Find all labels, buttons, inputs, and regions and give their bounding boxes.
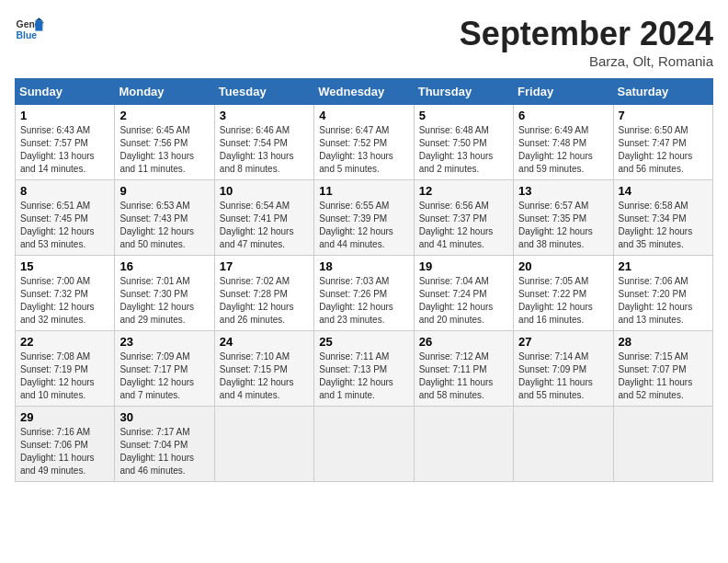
day-info: Sunrise: 6:46 AM Sunset: 7:54 PM Dayligh… <box>220 124 309 176</box>
day-number: 13 <box>518 184 608 198</box>
calendar-cell: 15Sunrise: 7:00 AM Sunset: 7:32 PM Dayli… <box>16 256 115 331</box>
day-number: 25 <box>319 335 408 349</box>
day-number: 30 <box>119 410 209 424</box>
calendar-cell: 26Sunrise: 7:12 AM Sunset: 7:11 PM Dayli… <box>414 331 513 407</box>
weekday-header-wednesday: Wednesday <box>314 79 414 105</box>
day-number: 29 <box>20 410 109 424</box>
calendar-cell: 24Sunrise: 7:10 AM Sunset: 7:15 PM Dayli… <box>214 331 313 407</box>
day-number: 10 <box>220 184 309 198</box>
day-number: 2 <box>119 109 209 122</box>
calendar-cell: 17Sunrise: 7:02 AM Sunset: 7:28 PM Dayli… <box>214 256 313 331</box>
svg-text:Blue: Blue <box>17 30 38 40</box>
day-info: Sunrise: 6:45 AM Sunset: 7:56 PM Dayligh… <box>119 124 209 176</box>
day-number: 22 <box>20 335 109 349</box>
calendar-cell: 21Sunrise: 7:06 AM Sunset: 7:20 PM Dayli… <box>613 256 712 331</box>
calendar-cell: 11Sunrise: 6:55 AM Sunset: 7:39 PM Dayli… <box>314 180 414 256</box>
day-info: Sunrise: 7:11 AM Sunset: 7:13 PM Dayligh… <box>319 350 408 402</box>
calendar-cell: 14Sunrise: 6:58 AM Sunset: 7:34 PM Dayli… <box>613 180 712 256</box>
page-header: General Blue General Blue September 2024… <box>15 15 713 69</box>
calendar-cell: 22Sunrise: 7:08 AM Sunset: 7:19 PM Dayli… <box>16 331 115 407</box>
day-number: 26 <box>419 335 508 349</box>
calendar-cell: 12Sunrise: 6:56 AM Sunset: 7:37 PM Dayli… <box>414 180 513 256</box>
day-info: Sunrise: 7:08 AM Sunset: 7:19 PM Dayligh… <box>20 350 109 402</box>
day-info: Sunrise: 7:03 AM Sunset: 7:26 PM Dayligh… <box>319 275 408 327</box>
calendar-cell: 19Sunrise: 7:04 AM Sunset: 7:24 PM Dayli… <box>414 256 513 331</box>
calendar-cell: 28Sunrise: 7:15 AM Sunset: 7:07 PM Dayli… <box>613 331 712 407</box>
calendar-cell: 16Sunrise: 7:01 AM Sunset: 7:30 PM Dayli… <box>115 256 214 331</box>
day-info: Sunrise: 7:15 AM Sunset: 7:07 PM Dayligh… <box>619 350 708 402</box>
location: Barza, Olt, Romania <box>460 53 713 69</box>
calendar-cell <box>514 407 613 482</box>
calendar-header-row: SundayMondayTuesdayWednesdayThursdayFrid… <box>16 79 713 105</box>
day-info: Sunrise: 7:10 AM Sunset: 7:15 PM Dayligh… <box>220 350 309 402</box>
day-info: Sunrise: 6:51 AM Sunset: 7:45 PM Dayligh… <box>20 200 109 251</box>
calendar-table: SundayMondayTuesdayWednesdayThursdayFrid… <box>15 78 713 482</box>
day-number: 20 <box>518 259 608 273</box>
logo-icon: General Blue <box>15 15 44 44</box>
calendar-cell: 10Sunrise: 6:54 AM Sunset: 7:41 PM Dayli… <box>214 180 313 256</box>
day-number: 23 <box>119 335 209 349</box>
calendar-cell: 13Sunrise: 6:57 AM Sunset: 7:35 PM Dayli… <box>514 180 613 256</box>
day-number: 1 <box>20 109 109 122</box>
weekday-header-sunday: Sunday <box>16 79 115 105</box>
calendar-cell: 7Sunrise: 6:50 AM Sunset: 7:47 PM Daylig… <box>613 105 712 180</box>
calendar-week-row: 29Sunrise: 7:16 AM Sunset: 7:06 PM Dayli… <box>16 407 713 482</box>
calendar-cell: 20Sunrise: 7:05 AM Sunset: 7:22 PM Dayli… <box>514 256 613 331</box>
day-info: Sunrise: 6:58 AM Sunset: 7:34 PM Dayligh… <box>619 200 708 251</box>
day-info: Sunrise: 6:48 AM Sunset: 7:50 PM Dayligh… <box>419 124 508 176</box>
day-info: Sunrise: 6:47 AM Sunset: 7:52 PM Dayligh… <box>319 124 408 176</box>
day-number: 21 <box>619 259 708 273</box>
calendar-cell: 5Sunrise: 6:48 AM Sunset: 7:50 PM Daylig… <box>414 105 513 180</box>
day-info: Sunrise: 6:56 AM Sunset: 7:37 PM Dayligh… <box>419 200 508 251</box>
weekday-header-saturday: Saturday <box>613 79 712 105</box>
day-number: 8 <box>20 184 109 198</box>
day-info: Sunrise: 6:57 AM Sunset: 7:35 PM Dayligh… <box>518 200 608 251</box>
svg-marker-2 <box>35 20 42 30</box>
month-title: September 2024 <box>460 15 713 53</box>
calendar-cell: 4Sunrise: 6:47 AM Sunset: 7:52 PM Daylig… <box>314 105 414 180</box>
day-info: Sunrise: 7:12 AM Sunset: 7:11 PM Dayligh… <box>419 350 508 402</box>
day-info: Sunrise: 6:55 AM Sunset: 7:39 PM Dayligh… <box>319 200 408 251</box>
day-number: 27 <box>518 335 608 349</box>
day-number: 17 <box>220 259 309 273</box>
title-block: September 2024 Barza, Olt, Romania <box>460 15 713 69</box>
day-number: 4 <box>319 109 408 122</box>
day-number: 18 <box>319 259 408 273</box>
day-number: 5 <box>419 109 508 122</box>
day-info: Sunrise: 7:00 AM Sunset: 7:32 PM Dayligh… <box>20 275 109 327</box>
calendar-week-row: 8Sunrise: 6:51 AM Sunset: 7:45 PM Daylig… <box>16 180 713 256</box>
day-number: 7 <box>619 109 708 122</box>
calendar-cell: 18Sunrise: 7:03 AM Sunset: 7:26 PM Dayli… <box>314 256 414 331</box>
calendar-cell <box>613 407 712 482</box>
day-info: Sunrise: 7:01 AM Sunset: 7:30 PM Dayligh… <box>119 275 209 327</box>
day-number: 16 <box>119 259 209 273</box>
day-info: Sunrise: 6:43 AM Sunset: 7:57 PM Dayligh… <box>20 124 109 176</box>
calendar-cell <box>214 407 313 482</box>
calendar-cell: 25Sunrise: 7:11 AM Sunset: 7:13 PM Dayli… <box>314 331 414 407</box>
day-info: Sunrise: 7:02 AM Sunset: 7:28 PM Dayligh… <box>220 275 309 327</box>
calendar-week-row: 1Sunrise: 6:43 AM Sunset: 7:57 PM Daylig… <box>16 105 713 180</box>
calendar-cell: 29Sunrise: 7:16 AM Sunset: 7:06 PM Dayli… <box>16 407 115 482</box>
day-info: Sunrise: 6:50 AM Sunset: 7:47 PM Dayligh… <box>619 124 708 176</box>
calendar-cell: 3Sunrise: 6:46 AM Sunset: 7:54 PM Daylig… <box>214 105 313 180</box>
day-number: 19 <box>419 259 508 273</box>
day-info: Sunrise: 7:17 AM Sunset: 7:04 PM Dayligh… <box>119 426 209 477</box>
logo: General Blue General Blue <box>15 15 44 44</box>
day-info: Sunrise: 6:53 AM Sunset: 7:43 PM Dayligh… <box>119 200 209 251</box>
calendar-cell <box>314 407 414 482</box>
calendar-cell: 30Sunrise: 7:17 AM Sunset: 7:04 PM Dayli… <box>115 407 214 482</box>
day-number: 24 <box>220 335 309 349</box>
calendar-cell <box>414 407 513 482</box>
day-number: 15 <box>20 259 109 273</box>
weekday-header-monday: Monday <box>115 79 214 105</box>
day-info: Sunrise: 7:06 AM Sunset: 7:20 PM Dayligh… <box>619 275 708 327</box>
calendar-cell: 27Sunrise: 7:14 AM Sunset: 7:09 PM Dayli… <box>514 331 613 407</box>
weekday-header-thursday: Thursday <box>414 79 513 105</box>
day-info: Sunrise: 6:54 AM Sunset: 7:41 PM Dayligh… <box>220 200 309 251</box>
day-info: Sunrise: 6:49 AM Sunset: 7:48 PM Dayligh… <box>518 124 608 176</box>
calendar-cell: 6Sunrise: 6:49 AM Sunset: 7:48 PM Daylig… <box>514 105 613 180</box>
day-info: Sunrise: 7:05 AM Sunset: 7:22 PM Dayligh… <box>518 275 608 327</box>
calendar-cell: 8Sunrise: 6:51 AM Sunset: 7:45 PM Daylig… <box>16 180 115 256</box>
calendar-week-row: 15Sunrise: 7:00 AM Sunset: 7:32 PM Dayli… <box>16 256 713 331</box>
day-number: 9 <box>119 184 209 198</box>
